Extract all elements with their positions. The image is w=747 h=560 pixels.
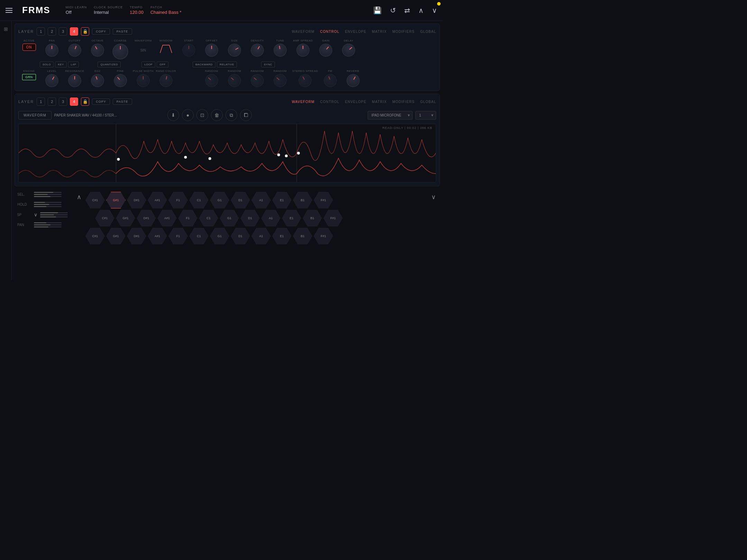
key-g#1-r2[interactable]: G#1 — [116, 210, 135, 226]
relative-btn[interactable]: RELATIVE — [217, 62, 237, 67]
tempo-value[interactable]: 120.00 — [130, 10, 144, 15]
key-f1-r2[interactable]: F1 — [178, 210, 197, 226]
key-b1-r1[interactable]: B1 — [293, 192, 312, 208]
sel-slider1[interactable] — [34, 192, 62, 193]
key-btn[interactable]: KEY — [55, 62, 67, 67]
key-d1-r2[interactable]: D1 — [240, 210, 260, 226]
copy-waveform-btn[interactable]: ⧉ — [225, 109, 237, 121]
key-a#1-r2[interactable]: A#1 — [157, 210, 177, 226]
layer2-copy[interactable]: COPY — [92, 99, 110, 105]
density-knob[interactable] — [248, 41, 266, 59]
waveform-mode-btn[interactable]: WAVEFORM — [18, 111, 52, 120]
layer1-num4[interactable]: 4 — [70, 27, 78, 36]
layer1-tab-modifiers[interactable]: MODIFIERS — [392, 30, 415, 34]
hamburger-menu[interactable] — [6, 8, 12, 13]
offset-knob[interactable] — [205, 44, 218, 57]
key-f1-r3[interactable]: F1 — [168, 228, 188, 244]
gain-knob[interactable] — [316, 41, 335, 59]
up-icon[interactable]: ∧ — [418, 6, 424, 15]
scale-chevron[interactable]: ∨ — [34, 212, 37, 217]
layer2-paste[interactable]: PASTE — [113, 99, 132, 105]
shuffle-icon[interactable]: ⇄ — [404, 6, 410, 15]
keyboard-down-btn[interactable]: ∨ — [431, 193, 436, 201]
sync-btn[interactable]: SYNC — [261, 62, 275, 67]
layer2-tab-waveform[interactable]: WAVEFORM — [292, 100, 315, 104]
layer2-tab-modifiers[interactable]: MODIFIERS — [392, 100, 415, 104]
key-d#1-r3[interactable]: D#1 — [127, 228, 146, 244]
device-select[interactable]: IPAD MICROFONE BUILT-IN MIC — [368, 111, 413, 120]
start-knob[interactable] — [182, 44, 195, 57]
layer2-num1[interactable]: 1 — [37, 97, 45, 106]
level-knob[interactable] — [43, 72, 61, 90]
key-a1-r3[interactable]: A1 — [251, 228, 271, 244]
layer1-tab-waveform[interactable]: WAVEFORM — [292, 30, 315, 34]
quantized-btn[interactable]: QUANTIZED — [98, 62, 121, 67]
sel-slider3[interactable] — [34, 196, 62, 197]
crop-btn[interactable]: ⊡ — [196, 109, 208, 121]
amp-spread-knob[interactable] — [296, 44, 310, 57]
undo-icon[interactable]: ↺ — [390, 6, 396, 15]
pan-slider2[interactable] — [34, 224, 62, 225]
layer1-tab-envelope[interactable]: ENVELOPE — [345, 30, 366, 34]
coarse-knob[interactable] — [112, 44, 128, 59]
layer1-paste[interactable]: PASTE — [113, 28, 132, 35]
key-b1-r2[interactable]: B1 — [303, 210, 322, 226]
key-c#1-r2[interactable]: C#1 — [95, 210, 114, 226]
record-btn[interactable]: ● — [182, 109, 194, 121]
key-c#1-r3[interactable]: C#1 — [85, 228, 105, 244]
key-a#1-r3[interactable]: A#1 — [148, 228, 167, 244]
off-btn[interactable]: OFF — [157, 62, 168, 67]
key-g1-r1[interactable]: G1 — [210, 192, 229, 208]
random4-knob[interactable] — [271, 71, 289, 90]
layer1-lock[interactable]: 🔒 — [81, 27, 89, 36]
layer1-num2[interactable]: 2 — [48, 27, 56, 36]
scale-slider3[interactable] — [40, 216, 68, 217]
hold-slider2[interactable] — [34, 204, 62, 205]
eg2-knob[interactable] — [89, 72, 106, 89]
download-btn[interactable]: ⬇ — [167, 109, 179, 121]
random3-knob[interactable] — [248, 71, 267, 90]
layer1-tab-matrix[interactable]: MATRIX — [372, 30, 387, 34]
layer2-lock[interactable]: 🔒 — [81, 97, 89, 106]
sel-slider2[interactable] — [34, 194, 62, 195]
layer2-tab-envelope[interactable]: ENVELOPE — [345, 100, 366, 104]
layer1-num3[interactable]: 3 — [59, 27, 67, 36]
key-g1-r3[interactable]: G1 — [210, 228, 229, 244]
random2-knob[interactable] — [225, 71, 244, 90]
num-select[interactable]: 1 2 — [415, 111, 436, 120]
layer2-num3[interactable]: 3 — [59, 97, 67, 106]
layer2-num2[interactable]: 2 — [48, 97, 56, 106]
key-e1-r2[interactable]: E1 — [282, 210, 301, 226]
key-f1-r1[interactable]: F1 — [168, 192, 188, 208]
key-d1-r3[interactable]: D1 — [231, 228, 250, 244]
scale-slider2[interactable] — [40, 214, 68, 215]
octave-knob[interactable] — [89, 41, 107, 59]
key-d#1-r1[interactable]: D#1 — [127, 192, 146, 208]
key-e1-r3[interactable]: E1 — [272, 228, 292, 244]
layer1-tab-control[interactable]: CONTROL — [320, 30, 340, 34]
sidebar-panel-icon[interactable]: ⊞ — [4, 26, 8, 32]
key-a1-r1[interactable]: A1 — [251, 192, 271, 208]
backward-btn[interactable]: BACKWARD — [193, 62, 215, 67]
key-a1-r2[interactable]: A1 — [261, 210, 280, 226]
layer2-tab-control[interactable]: CONTROL — [320, 100, 340, 104]
layer1-copy[interactable]: COPY — [92, 28, 110, 35]
key-f#1-r2[interactable]: F#1 — [323, 210, 343, 226]
key-a#1-r1[interactable]: A#1 — [148, 192, 167, 208]
engine-button[interactable]: GRN — [22, 74, 36, 80]
key-b1-r3[interactable]: B1 — [293, 228, 312, 244]
key-e1-r1[interactable]: E1 — [272, 192, 292, 208]
l4p-btn[interactable]: L4P — [68, 62, 79, 67]
reverb-knob[interactable] — [344, 72, 362, 90]
random1-knob[interactable] — [202, 71, 221, 90]
midi-learn-value[interactable]: Off — [66, 10, 87, 15]
key-g#1-r1-hl[interactable]: G#1 — [106, 192, 126, 208]
tune-knob[interactable] — [273, 43, 288, 58]
hold-slider1[interactable] — [34, 202, 62, 203]
pan-knob[interactable] — [45, 44, 58, 57]
fine-knob[interactable] — [111, 71, 130, 90]
fm-knob[interactable] — [322, 72, 339, 89]
layer2-num4[interactable]: 4 — [70, 97, 78, 106]
down-icon[interactable]: ∨ — [432, 6, 437, 15]
key-c#1-r1[interactable]: C#1 — [85, 192, 105, 208]
